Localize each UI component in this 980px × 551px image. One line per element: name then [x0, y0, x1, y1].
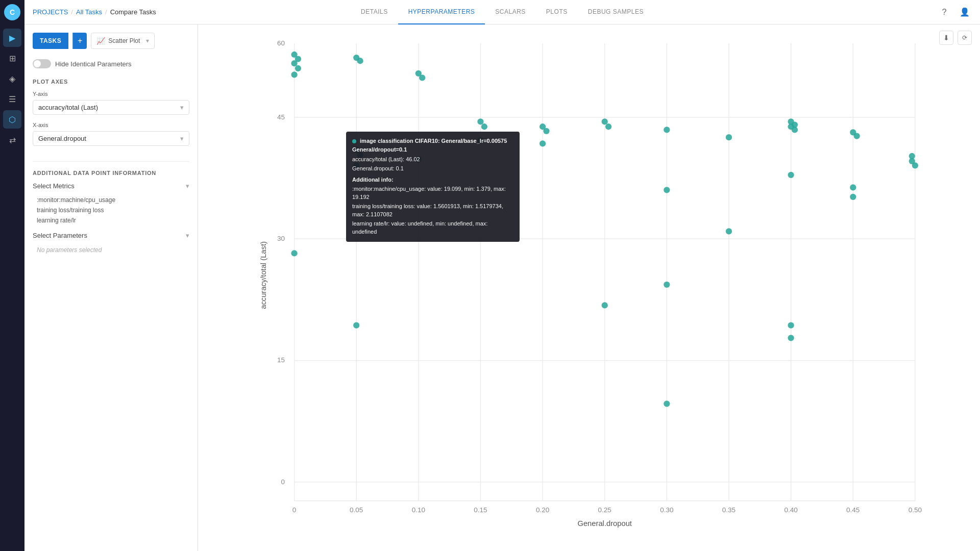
svg-point-57	[605, 123, 611, 130]
svg-text:General.dropout: General.dropout	[577, 519, 632, 528]
hide-identical-row: Hide Identical Parameters	[33, 59, 189, 68]
x-axis-value: General.dropout	[38, 135, 86, 142]
hide-identical-toggle[interactable]	[33, 59, 51, 68]
tab-debug-samples[interactable]: DEBUG SAMPLES	[578, 0, 654, 24]
select-metrics-header[interactable]: Select Metrics ▾	[33, 182, 189, 190]
svg-text:15: 15	[277, 356, 285, 364]
breadcrumb-sep2: /	[105, 8, 107, 16]
breadcrumb-sep1: /	[71, 8, 73, 16]
scatter-chevron-icon: ▾	[146, 37, 149, 44]
chart-toolbar: ⬇ ⟳	[939, 31, 972, 45]
breadcrumb-projects[interactable]: PROJECTS	[33, 8, 68, 16]
tab-plots[interactable]: PLOTS	[536, 0, 578, 24]
svg-point-68	[792, 127, 798, 133]
svg-point-50	[477, 118, 483, 124]
metric-cpu[interactable]: :monitor:machine/cpu_usage	[33, 195, 189, 205]
svg-text:0.15: 0.15	[474, 506, 487, 514]
rail-icon-models[interactable]: ◈	[3, 69, 21, 88]
toggle-knob	[34, 60, 41, 67]
plot-axes-title: PLOT AXES	[33, 79, 189, 85]
svg-point-43	[353, 147, 359, 153]
svg-point-48	[419, 74, 425, 81]
top-nav: PROJECTS / All Tasks / Compare Tasks DET…	[24, 0, 980, 24]
scatter-plot: .grid-line { stroke: #e8e8e8; stroke-wid…	[198, 24, 980, 551]
no-parameters-text: No parameters selected	[33, 244, 189, 256]
rail-icon-tasks[interactable]: ▶	[3, 29, 21, 47]
rail-icon-layers[interactable]: ☰	[3, 90, 21, 108]
svg-point-58	[602, 302, 608, 308]
tasks-button[interactable]: TASKS	[33, 33, 68, 49]
breadcrumb-current: Compare Tasks	[110, 8, 156, 16]
x-axis-label: X-axis	[33, 122, 189, 128]
svg-text:0.25: 0.25	[598, 506, 611, 514]
svg-point-56	[602, 118, 608, 124]
svg-point-44	[357, 152, 363, 158]
svg-text:45: 45	[277, 113, 285, 121]
y-axis-label: Y-axis	[33, 91, 189, 97]
svg-point-60	[664, 187, 670, 193]
select-metrics-label: Select Metrics	[33, 182, 75, 190]
hide-identical-label: Hide Identical Parameters	[55, 60, 132, 68]
svg-point-52	[477, 137, 483, 143]
svg-point-75	[850, 194, 856, 200]
app-logo: C	[4, 4, 20, 20]
tab-scalars[interactable]: SCALARS	[485, 0, 536, 24]
additional-info-section: ADDITIONAL DATA POINT INFORMATION Select…	[33, 170, 189, 256]
svg-point-74	[850, 184, 856, 190]
svg-point-64	[726, 228, 732, 234]
svg-point-49	[415, 156, 422, 162]
y-axis-chevron-icon: ▾	[180, 104, 184, 111]
select-parameters-header[interactable]: Select Parameters ▾	[33, 232, 189, 239]
metric-lr[interactable]: learning rate/lr	[33, 215, 189, 226]
user-icon[interactable]: 👤	[958, 5, 972, 19]
left-panel: TASKS + 📈 Scatter Plot ▾ Hide Identical …	[24, 24, 198, 551]
svg-text:60: 60	[277, 39, 285, 47]
svg-text:0: 0	[281, 478, 285, 486]
y-axis-value: accuracy/total (Last)	[38, 104, 98, 111]
svg-point-71	[788, 335, 794, 341]
tab-details[interactable]: DETAILS	[351, 0, 398, 24]
svg-point-69	[788, 172, 794, 178]
svg-point-39	[291, 52, 297, 58]
svg-point-61	[664, 282, 670, 288]
svg-text:0.05: 0.05	[350, 506, 363, 514]
refresh-icon[interactable]: ⟳	[958, 31, 972, 45]
svg-point-37	[291, 71, 297, 78]
tasks-add-button[interactable]: +	[72, 33, 87, 49]
svg-point-59	[664, 127, 670, 133]
svg-point-63	[726, 134, 732, 140]
scatter-plot-label: Scatter Plot	[108, 37, 140, 44]
svg-point-62	[664, 400, 670, 407]
rail-icon-compare[interactable]: ⇄	[3, 131, 21, 149]
scatter-plot-select[interactable]: 📈 Scatter Plot ▾	[91, 33, 155, 49]
nav-right: ? 👤	[937, 5, 972, 19]
section-divider-1	[33, 161, 189, 162]
x-axis-select[interactable]: General.dropout ▾	[33, 131, 189, 146]
main-area: PROJECTS / All Tasks / Compare Tasks DET…	[24, 0, 980, 551]
rail-icon-experiments[interactable]: ⬡	[3, 110, 21, 129]
svg-text:30: 30	[277, 235, 285, 242]
nav-tabs: DETAILS HYPERPARAMETERS SCALARS PLOTS DE…	[351, 0, 654, 24]
download-icon[interactable]: ⬇	[939, 31, 953, 45]
svg-point-54	[543, 128, 549, 134]
svg-point-73	[853, 133, 860, 139]
additional-info-title: ADDITIONAL DATA POINT INFORMATION	[33, 170, 189, 176]
svg-point-45	[353, 162, 359, 168]
svg-text:0.50: 0.50	[909, 506, 922, 514]
svg-text:0: 0	[292, 506, 297, 514]
svg-point-55	[540, 140, 546, 146]
svg-point-46	[353, 322, 359, 329]
help-icon[interactable]: ?	[937, 5, 951, 19]
svg-point-51	[481, 123, 487, 130]
y-axis-select[interactable]: accuracy/total (Last) ▾	[33, 100, 189, 115]
metrics-chevron-icon: ▾	[186, 182, 189, 190]
svg-point-70	[788, 322, 794, 329]
rail-icon-grid[interactable]: ⊞	[3, 49, 21, 67]
metric-training-loss[interactable]: training loss/training loss	[33, 205, 189, 215]
svg-text:0.20: 0.20	[536, 506, 549, 514]
breadcrumb-all-tasks[interactable]: All Tasks	[76, 8, 102, 16]
svg-text:0.30: 0.30	[660, 506, 673, 514]
tab-hyperparameters[interactable]: HYPERPARAMETERS	[398, 0, 485, 24]
chart-area: ⬇ ⟳ .grid-line { stroke: #e8e8e8; stroke…	[198, 24, 980, 551]
icon-rail: C ▶ ⊞ ◈ ☰ ⬡ ⇄	[0, 0, 24, 551]
